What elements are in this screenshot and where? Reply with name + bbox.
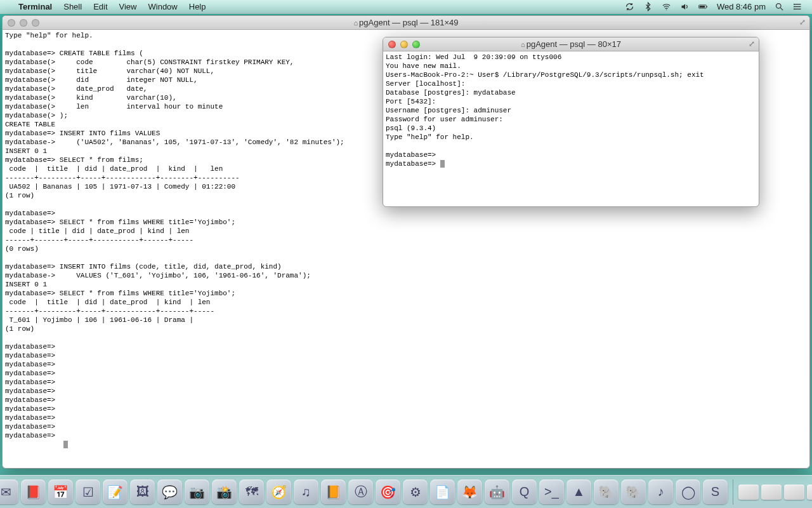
dock-app-ibooks[interactable]: 📙 xyxy=(321,479,346,504)
volume-icon[interactable] xyxy=(676,2,694,11)
menubar: Terminal Shell Edit View Window Help Wed… xyxy=(0,0,812,14)
zoom-button[interactable] xyxy=(412,41,420,48)
dock-app-facetime[interactable]: 📷 xyxy=(185,479,209,504)
dock-app-gamecenter[interactable]: 🎯 xyxy=(376,479,400,504)
menubar-shell[interactable]: Shell xyxy=(58,2,88,11)
terminal-content-front[interactable]: Last login: Wed Jul 9 20:39:09 on ttys00… xyxy=(383,51,759,170)
svg-point-9 xyxy=(794,4,795,5)
dock-minimized-win3[interactable] xyxy=(784,485,804,500)
titlebar-back[interactable]: ⌂pgAgent — psql — 181×49 ⤢ xyxy=(3,16,809,30)
minimize-button[interactable] xyxy=(400,41,408,48)
dock-app-skype[interactable]: S xyxy=(703,479,728,504)
menubar-help[interactable]: Help xyxy=(183,2,212,11)
proxy-icon: ⌂ xyxy=(353,19,358,27)
dock-app-reminders[interactable]: ☑ xyxy=(75,479,100,504)
dock-app-firefox[interactable]: 🦊 xyxy=(457,479,482,504)
dock-app-terminal[interactable]: >_ xyxy=(539,479,564,504)
wifi-icon[interactable] xyxy=(657,2,676,11)
dock-app-quicktime[interactable]: Q xyxy=(512,479,537,504)
dock-minimized-win4[interactable] xyxy=(807,485,812,500)
dock[interactable]: 😃◉🚀✉📕📅☑📝🖼💬📷📸🗺🧭♫📙Ⓐ🎯⚙📄🦊🤖Q>_▲🐘🐘♪◯S🗑 xyxy=(0,475,812,508)
dock-app-itunes[interactable]: ♫ xyxy=(294,479,318,504)
menubar-clock[interactable]: Wed 8:46 pm xyxy=(712,2,770,11)
dock-app-maps[interactable]: 🗺 xyxy=(239,479,264,504)
cursor xyxy=(63,441,68,448)
dock-app-pages[interactable]: 📄 xyxy=(430,479,455,504)
menubar-app-name[interactable]: Terminal xyxy=(13,2,58,11)
dock-app-messages[interactable]: 💬 xyxy=(157,479,182,504)
bluetooth-icon[interactable] xyxy=(639,2,657,11)
svg-line-5 xyxy=(780,8,783,10)
svg-point-0 xyxy=(666,10,667,10)
dock-app-contacts[interactable]: 📕 xyxy=(21,479,46,504)
menubar-edit[interactable]: Edit xyxy=(88,2,113,11)
dock-minimized-win2[interactable] xyxy=(761,485,782,500)
titlebar-front[interactable]: ⌂pgAgent — psql — 80×17 ⤢ xyxy=(383,37,759,51)
dock-app-spotify[interactable]: ♪ xyxy=(648,479,673,504)
svg-point-4 xyxy=(776,4,782,9)
dock-app-preview[interactable]: 🖼 xyxy=(130,479,155,504)
dock-app-postgres[interactable]: 🐘 xyxy=(594,479,619,504)
dock-app-steam[interactable]: ◯ xyxy=(676,479,700,504)
dock-minimized-win1[interactable] xyxy=(738,485,759,500)
sync-icon[interactable] xyxy=(620,2,639,11)
dock-app-systemprefs[interactable]: ⚙ xyxy=(403,479,428,504)
minimize-button[interactable] xyxy=(20,19,27,27)
fullscreen-icon[interactable]: ⤢ xyxy=(749,39,755,48)
dock-app-appstore[interactable]: Ⓐ xyxy=(348,479,373,504)
close-button[interactable] xyxy=(388,41,396,48)
dock-app-mail[interactable]: ✉ xyxy=(0,479,18,504)
svg-point-10 xyxy=(794,6,795,8)
dock-app-calendar[interactable]: 📅 xyxy=(48,479,73,504)
menubar-window[interactable]: Window xyxy=(143,2,183,11)
close-button[interactable] xyxy=(8,19,15,27)
dock-app-vlc[interactable]: ▲ xyxy=(566,479,591,504)
spotlight-icon[interactable] xyxy=(770,2,789,11)
dock-app-automator[interactable]: 🤖 xyxy=(485,479,509,504)
notification-center-icon[interactable] xyxy=(789,2,807,11)
menubar-view[interactable]: View xyxy=(114,2,143,11)
dock-separator xyxy=(733,479,733,505)
svg-rect-3 xyxy=(707,6,707,7)
window-title-back: pgAgent — psql — 181×49 xyxy=(359,18,458,27)
terminal-window-front[interactable]: ⌂pgAgent — psql — 80×17 ⤢ Last login: We… xyxy=(383,37,759,207)
svg-point-11 xyxy=(794,8,795,10)
window-title-front: pgAgent — psql — 80×17 xyxy=(527,39,621,49)
svg-rect-2 xyxy=(700,6,705,8)
zoom-button[interactable] xyxy=(32,19,39,27)
proxy-icon: ⌂ xyxy=(521,41,525,48)
dock-area: 😃◉🚀✉📕📅☑📝🖼💬📷📸🗺🧭♫📙Ⓐ🎯⚙📄🦊🤖Q>_▲🐘🐘♪◯S🗑 xyxy=(0,475,812,508)
fullscreen-icon[interactable]: ⤢ xyxy=(799,18,806,27)
dock-app-notes[interactable]: 📝 xyxy=(103,479,128,504)
dock-app-pgadmin[interactable]: 🐘 xyxy=(621,479,646,504)
battery-icon[interactable] xyxy=(694,2,712,11)
cursor xyxy=(440,160,445,168)
dock-app-photobooth[interactable]: 📸 xyxy=(212,479,237,504)
dock-app-safari[interactable]: 🧭 xyxy=(266,479,291,504)
